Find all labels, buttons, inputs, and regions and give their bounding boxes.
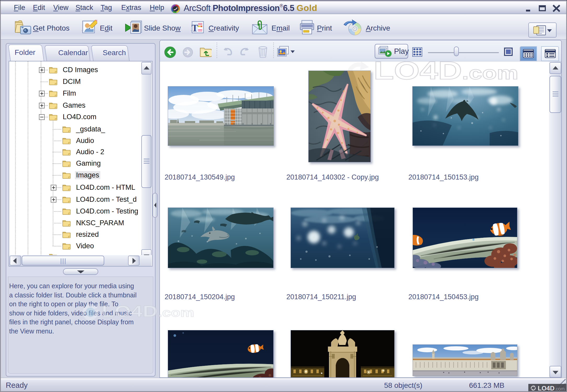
svg-text:T: T [192,22,198,33]
